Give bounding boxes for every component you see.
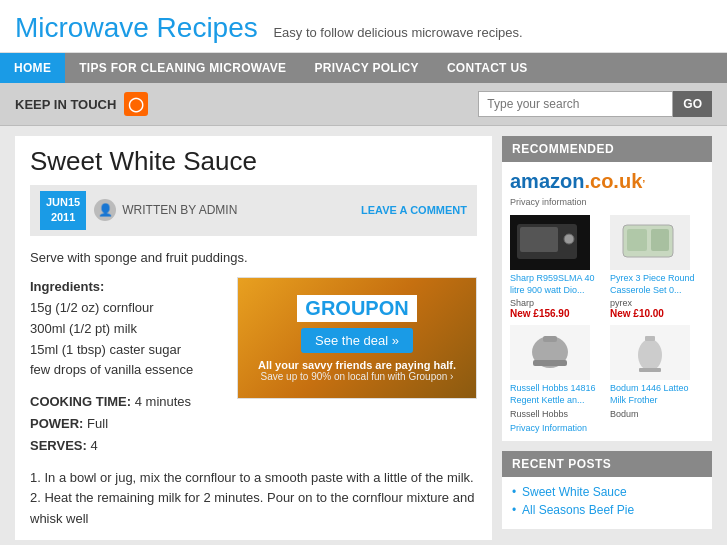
- serves-label: SERVES:: [30, 438, 87, 453]
- article-intro: Serve with sponge and fruit puddings.: [30, 248, 477, 268]
- main-nav: HOME TIPS FOR CLEANING MICROWAVE PRIVACY…: [0, 53, 727, 83]
- svg-rect-8: [533, 360, 567, 366]
- ingredient-1: 15g (1/2 oz) cornflour: [30, 300, 154, 315]
- amazon-products: Sharp R959SLMA 40 litre 900 watt Dio... …: [510, 215, 704, 419]
- svg-rect-4: [627, 229, 647, 251]
- amazon-privacy-subtitle: Privacy information: [510, 197, 704, 207]
- nav-privacy[interactable]: PRIVACY POLICY: [300, 53, 432, 83]
- product-image-4: [610, 325, 690, 380]
- search-button[interactable]: GO: [673, 91, 712, 117]
- instruction-1: 1. In a bowl or jug, mix the cornflour t…: [30, 468, 477, 489]
- recent-posts-section: RECENT POSTS Sweet White Sauce All Seaso…: [502, 451, 712, 529]
- svg-rect-1: [520, 227, 558, 252]
- leave-comment-link[interactable]: LEAVE A COMMENT: [361, 204, 467, 216]
- ad-inner: GROUPON See the deal » All your savvy fr…: [238, 278, 476, 398]
- svg-rect-10: [645, 336, 655, 341]
- amazon-product-3: Russell Hobbs 14816 Regent Kettle an... …: [510, 325, 604, 418]
- product-image-3: [510, 325, 590, 380]
- toolbar: KEEP IN TOUCH ◯ GO: [0, 83, 727, 126]
- nav-contact[interactable]: CONTACT US: [433, 53, 542, 83]
- ad-text: All your savvy friends are paying half.: [258, 359, 456, 371]
- product-name-4: Bodum 1446 Latteo Milk Frother: [610, 383, 704, 406]
- product-name-2: Pyrex 3 Piece Round Casserole Set 0...: [610, 273, 704, 296]
- privacy-info-link[interactable]: Privacy Information: [510, 423, 704, 433]
- site-title[interactable]: Microwave Recipes: [15, 12, 258, 43]
- article-meta: JUN15 2011 👤 WRITTEN BY ADMIN LEAVE A CO…: [30, 185, 477, 236]
- article-date: JUN15 2011: [40, 191, 86, 230]
- main-layout: Sweet White Sauce JUN15 2011 👤 WRITTEN B…: [0, 126, 727, 545]
- power-label: POWER:: [30, 416, 83, 431]
- search-input[interactable]: [478, 91, 673, 117]
- product-image-2: [610, 215, 690, 270]
- svg-rect-5: [651, 229, 669, 251]
- search-area: GO: [478, 91, 712, 117]
- meta-left: JUN15 2011 👤 WRITTEN BY ADMIN: [40, 191, 237, 230]
- ingredients-label: Ingredients:: [30, 279, 104, 294]
- ad-logo: GROUPON: [297, 295, 416, 322]
- product-image-1: [510, 215, 590, 270]
- product-brand-3: Russell Hobbs: [510, 409, 604, 419]
- ad-subtext: Save up to 90% on local fun with Groupon…: [261, 371, 454, 382]
- article-title: Sweet White Sauce: [30, 146, 477, 177]
- site-tagline: Easy to follow delicious microwave recip…: [273, 25, 522, 40]
- ad-block: GROUPON See the deal » All your savvy fr…: [237, 277, 477, 399]
- serves: 4: [90, 438, 97, 453]
- amazon-logo[interactable]: amazon.co.uk’: [510, 170, 704, 193]
- svg-point-2: [564, 234, 574, 244]
- header: Microwave Recipes Easy to follow delicio…: [0, 0, 727, 53]
- amazon-block: amazon.co.uk’ Privacy information Sharp …: [502, 162, 712, 441]
- svg-point-9: [638, 339, 662, 371]
- ad-deal-button[interactable]: See the deal »: [301, 328, 413, 353]
- article-instructions: 1. In a bowl or jug, mix the cornflour t…: [30, 468, 477, 530]
- amazon-product-2: Pyrex 3 Piece Round Casserole Set 0... p…: [610, 215, 704, 319]
- ingredient-3: 15ml (1 tbsp) caster sugar: [30, 342, 181, 357]
- product-name-3: Russell Hobbs 14816 Regent Kettle an...: [510, 383, 604, 406]
- amazon-product-4: Bodum 1446 Latteo Milk Frother Bodum: [610, 325, 704, 418]
- instruction-2: 2. Heat the remaining milk for 2 minutes…: [30, 488, 477, 530]
- recent-post-1[interactable]: Sweet White Sauce: [512, 485, 702, 499]
- article-content: Sweet White Sauce JUN15 2011 👤 WRITTEN B…: [15, 136, 492, 540]
- product-brand-2: pyrex: [610, 298, 704, 308]
- recent-post-2[interactable]: All Seasons Beef Pie: [512, 503, 702, 517]
- amazon-product-1: Sharp R959SLMA 40 litre 900 watt Dio... …: [510, 215, 604, 319]
- recent-posts-list: Sweet White Sauce All Seasons Beef Pie: [502, 477, 712, 529]
- cooking-details: COOKING TIME: 4 minutes POWER: Full SERV…: [30, 391, 477, 457]
- ingredient-2: 300ml (1/2 pt) milk: [30, 321, 137, 336]
- sidebar: RECOMMENDED amazon.co.uk’ Privacy inform…: [502, 136, 712, 540]
- recommended-header: RECOMMENDED: [502, 136, 712, 162]
- keep-in-touch-label: KEEP IN TOUCH: [15, 97, 116, 112]
- svg-rect-11: [639, 368, 661, 372]
- power: Full: [87, 416, 108, 431]
- nav-home[interactable]: HOME: [0, 53, 65, 83]
- product-brand-1: Sharp: [510, 298, 604, 308]
- ingredient-4: few drops of vanilla essence: [30, 362, 193, 377]
- author-avatar: 👤: [94, 199, 116, 221]
- recent-posts-header: RECENT POSTS: [502, 451, 712, 477]
- product-price-2: New £10.00: [610, 308, 704, 319]
- product-price-1: New £156.90: [510, 308, 604, 319]
- keep-in-touch: KEEP IN TOUCH ◯: [15, 92, 148, 116]
- cooking-time: 4 minutes: [135, 394, 191, 409]
- cooking-time-label: COOKING TIME:: [30, 394, 131, 409]
- written-by: WRITTEN BY ADMIN: [122, 203, 237, 217]
- product-name-1: Sharp R959SLMA 40 litre 900 watt Dio...: [510, 273, 604, 296]
- product-brand-4: Bodum: [610, 409, 704, 419]
- recommended-section: RECOMMENDED amazon.co.uk’ Privacy inform…: [502, 136, 712, 441]
- svg-rect-7: [543, 336, 557, 342]
- nav-cleaning[interactable]: TIPS FOR CLEANING MICROWAVE: [65, 53, 300, 83]
- rss-icon[interactable]: ◯: [124, 92, 148, 116]
